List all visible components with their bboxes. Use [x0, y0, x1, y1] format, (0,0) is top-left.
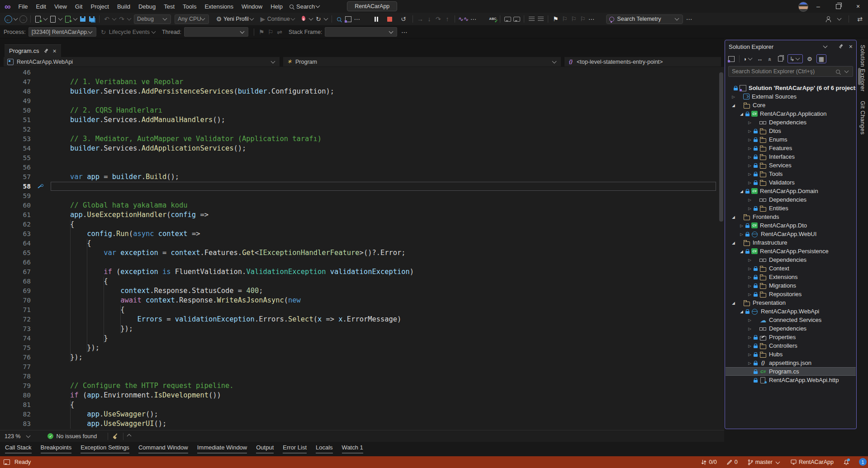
pin-icon[interactable] — [838, 44, 844, 49]
pending-edits-status[interactable]: 0 — [727, 459, 738, 465]
menu-item-help[interactable]: Help — [266, 0, 287, 13]
find-in-files-button[interactable] — [335, 14, 343, 24]
chevron-down-icon[interactable] — [308, 16, 313, 21]
hot-reload-button[interactable] — [299, 14, 308, 24]
save-button[interactable] — [79, 14, 87, 24]
menu-item-extensions[interactable]: Extensions — [200, 0, 237, 13]
code-line[interactable]: 56 — [0, 163, 724, 172]
tree-row[interactable]: ▷☁Connected Services — [726, 316, 856, 324]
bottom-tab-locals[interactable]: Locals — [314, 444, 334, 454]
bottom-tab-immediate-window[interactable]: Immediate Window — [196, 444, 249, 454]
tree-row[interactable]: ▷C#RentACarApp.Dto — [726, 221, 856, 230]
code-line[interactable]: 51builder.Services.AddManualHandlers(); — [0, 115, 724, 125]
comment-button[interactable] — [503, 14, 512, 24]
chevron-down-icon[interactable] — [837, 16, 842, 21]
tree-row[interactable]: ◢Presentation — [726, 298, 856, 307]
avatar[interactable] — [798, 2, 808, 12]
chevron-down-icon[interactable] — [58, 16, 63, 21]
code-line[interactable]: 62{ — [0, 220, 724, 229]
search-telemetry-box[interactable]: Search Telemetry — [606, 14, 683, 24]
sync-status[interactable]: 0/0 — [701, 459, 716, 465]
stop-debugging-button[interactable] — [386, 14, 394, 24]
expand-arrow-icon[interactable]: ▷ — [746, 326, 753, 331]
next-bookmark-button[interactable]: ⚐ — [569, 14, 578, 24]
code-line[interactable]: 79// Configure the HTTP request pipeline… — [0, 381, 724, 391]
expand-arrow-icon[interactable]: ▷ — [746, 352, 753, 357]
collapse-arrow-icon[interactable]: ◢ — [730, 301, 737, 305]
undo-button[interactable]: ↶ — [103, 14, 111, 24]
live-share-icon[interactable]: ⇄ — [856, 14, 864, 24]
toggle-bookmark-button[interactable]: ⚑ — [551, 14, 560, 24]
expand-arrow-icon[interactable]: ▷ — [746, 335, 753, 340]
toolbar-overflow-button[interactable]: ⋯ — [588, 14, 596, 24]
uncomment-button[interactable] — [512, 14, 521, 24]
expand-arrow-icon[interactable]: ▷ — [738, 232, 745, 236]
tree-row[interactable]: ▷Extensions — [726, 273, 856, 281]
tree-row[interactable]: ▷RentACarApp.WebUI — [726, 230, 856, 238]
save-all-button[interactable] — [88, 14, 96, 24]
feedback-icon[interactable] — [824, 14, 832, 24]
code-line[interactable]: 59 — [0, 191, 724, 201]
tree-row[interactable]: ◢Core — [726, 101, 856, 109]
menu-item-project[interactable]: Project — [86, 0, 113, 13]
close-button[interactable]: × — [848, 0, 868, 13]
sync-with-active-document-button[interactable]: ↔ — [756, 54, 764, 63]
expand-arrow-icon[interactable]: ▷ — [746, 266, 753, 271]
code-line[interactable]: 74} — [0, 334, 724, 343]
code-line[interactable]: 55 — [0, 153, 724, 163]
continue-button[interactable]: ▶ Continue — [258, 14, 296, 24]
switch-views-button[interactable] — [728, 54, 735, 63]
window-title-button[interactable]: RentACarApp — [347, 1, 397, 11]
expand-arrow-icon[interactable]: ▷ — [730, 95, 737, 99]
bottom-tab-error-list[interactable]: Error List — [281, 444, 308, 454]
tree-row[interactable]: ▷Features — [726, 144, 856, 152]
collapse-arrow-icon[interactable]: ◢ — [738, 309, 745, 314]
step-into-button[interactable]: ↓ — [425, 14, 433, 24]
expand-arrow-icon[interactable]: ▷ — [746, 292, 753, 297]
search-control[interactable]: Search — [289, 3, 321, 10]
expand-arrow-icon[interactable]: ▷ — [746, 129, 753, 133]
tree-row[interactable]: ◢Infrastructure — [726, 238, 856, 247]
expand-arrow-icon[interactable]: ▷ — [746, 344, 753, 348]
chevron-down-icon[interactable] — [823, 44, 827, 48]
chevron-down-icon[interactable] — [323, 16, 328, 21]
tab-program-cs[interactable]: Program.cs × — [5, 44, 61, 57]
tree-row[interactable]: ▷Dtos — [726, 127, 856, 135]
add-new-item-button[interactable]: + — [64, 14, 72, 24]
code-line[interactable]: 82app.UseSwagger(); — [0, 410, 724, 419]
restart-debugging-button[interactable]: ↺ — [399, 14, 408, 24]
tree-row[interactable]: ▷Controllers — [726, 341, 856, 350]
chevron-down-icon[interactable] — [127, 16, 132, 21]
tree-row[interactable]: RentACarApp.WebApi.http — [726, 376, 856, 384]
code-editor[interactable]: 4647// 1. Veritabanı ve Repolar48builder… — [0, 67, 724, 430]
code-line[interactable]: 67if (exception is FluentValidation.Vali… — [0, 267, 724, 277]
code-line[interactable]: 46 — [0, 68, 724, 77]
navigate-back-button[interactable]: ← — [4, 14, 12, 24]
minimize-button[interactable]: – — [808, 0, 828, 13]
toggle-flagged-icon[interactable]: ⇌ — [275, 27, 284, 37]
tree-row[interactable]: ◢RentACarApp.WebApi — [726, 307, 856, 316]
show-next-statement-button[interactable]: → — [416, 14, 424, 24]
toolbar-overflow-button[interactable]: ⋯ — [400, 27, 408, 37]
bottom-tab-output[interactable]: Output — [255, 444, 275, 454]
expand-arrow-icon[interactable]: ▷ — [746, 284, 753, 288]
expand-arrow-icon[interactable]: ▷ — [746, 275, 753, 279]
tree-row[interactable]: ▷Dependencies — [726, 118, 856, 127]
menu-item-build[interactable]: Build — [113, 0, 134, 13]
tree-row[interactable]: ◢C#RentACarApp.Persistence — [726, 247, 856, 255]
code-line[interactable]: 71{ — [0, 305, 724, 315]
chevron-down-icon[interactable] — [112, 16, 117, 21]
step-out-button[interactable]: ↑ — [443, 14, 451, 24]
issues-status[interactable]: No issues found — [56, 433, 97, 440]
menu-item-edit[interactable]: Edit — [32, 0, 50, 13]
open-file-button[interactable] — [49, 14, 57, 24]
tree-row[interactable]: ◢C#RentACarApp.Domain — [726, 187, 856, 195]
code-line[interactable]: 52 — [0, 125, 724, 134]
collapse-arrow-icon[interactable]: ◢ — [738, 112, 745, 116]
code-line[interactable]: 50// 2. CQRS Handlerları — [0, 106, 724, 115]
restart-application-button[interactable]: ↻ — [314, 14, 323, 24]
code-line[interactable]: 63config.Run(async context => — [0, 229, 724, 239]
quick-actions-icon[interactable] — [37, 183, 43, 189]
tree-row[interactable]: ▷Context — [726, 264, 856, 273]
code-line[interactable]: 61app.UseExceptionHandler(config => — [0, 210, 724, 220]
